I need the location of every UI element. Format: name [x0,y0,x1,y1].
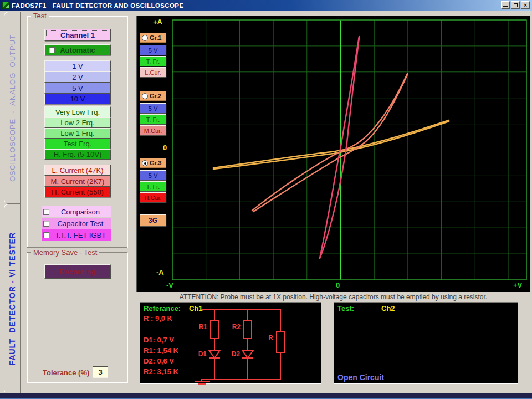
high-current-button[interactable]: H. Current (550) [44,187,111,197]
capacitor-test-checkbox[interactable] [43,221,49,227]
axis-label-plus-v: +V [513,281,522,289]
memory-save-groupbox-label: Memory Save - Test [31,248,99,257]
capacitor-test-checkbox-row[interactable]: Capacitor Test [42,218,111,229]
gr1-current-button[interactable]: L.Cur. [140,67,166,78]
gr1-freq-button[interactable]: T. Fr. [140,56,166,66]
axis-label-plus-a: +A [153,18,162,26]
gr3-radio[interactable] [142,160,148,166]
ttt-fet-igbt-label: T.T.T. FET IGBT [49,231,111,239]
minimize-icon [503,6,508,7]
gr1-radio[interactable] [142,35,148,41]
comparison-checkbox[interactable] [43,209,49,215]
automatic-button[interactable]: Automatic [44,44,111,55]
close-button[interactable]: × [521,1,530,9]
tab-oscilloscope-label: OSCILLOSCOPE - ANALOG OUTPUT [8,34,17,182]
axis-label-minus-a: -A [156,268,164,277]
axis-label-zero-left: 0 [163,144,167,152]
circuit-label-r: R [268,334,273,342]
memory-save-groupbox: Memory Save - Test Recording Tolerance (… [27,252,127,382]
tab-oscilloscope-analog-output[interactable]: OSCILLOSCOPE - ANALOG OUTPUT [4,12,21,204]
reference-panel: Referance: Ch1 R : 9,0 K D1: 0,7 V R1: 1… [140,302,321,384]
voltage-10v-button[interactable]: 10 V [44,94,111,104]
gr2-volt-button[interactable]: 5 V [140,103,166,114]
test-freq-button[interactable]: Test Frq. [44,139,111,149]
gr3-current-button[interactable]: H.Cur. [140,192,166,203]
voltage-1v-button[interactable]: 1 V [44,60,111,71]
window-controls: × [501,1,530,9]
app-window: FADOS7F1 FAULT DETECTOR AND OSCILLOSCOPE… [0,0,532,399]
gr2-current-button[interactable]: M.Cur. [140,125,166,136]
gr2-trace-back [253,75,407,212]
minimize-button[interactable] [501,1,510,9]
gr3-freq-button[interactable]: T. Fr. [140,181,166,192]
curve-traces [213,37,449,258]
circuit-label-d2: D2 [232,350,241,358]
capacitor-test-label: Capacitor Test [49,219,111,228]
gr2-freq-button[interactable]: T. Fr. [140,114,166,125]
restore-icon [514,3,518,7]
gr2-label: Gr.2 [150,93,161,99]
attention-message: ATTENTION: Probe must be at 1X position.… [136,292,530,302]
comparison-label: Comparison [49,208,111,216]
vi-curve-plot [136,16,530,292]
oscilloscope-display: +A 0 -A -V 0 +V Gr.1 5 V T. Fr. L.Cur. G… [136,16,530,292]
restore-button[interactable] [511,1,520,9]
gr3-volt-button[interactable]: 5 V [140,170,166,181]
test-groupbox: Test Channel 1 Automatic 1 V 2 V 5 V 10 … [27,16,127,248]
axis-label-zero-bottom: 0 [336,281,340,289]
test-status: Open Circuit [337,373,384,382]
gr1-radio-row[interactable]: Gr.1 [140,33,166,43]
title-bar: FADOS7F1 FAULT DETECTOR AND OSCILLOSCOPE… [0,0,532,11]
tab-fault-detector-label: FAULT DETECTOR - VI TESTER [8,232,17,365]
automatic-checkbox[interactable] [49,47,55,53]
voltage-5v-button[interactable]: 5 V [44,83,111,94]
close-icon: × [524,2,527,8]
circuit-label-r1: R1 [199,323,208,331]
app-icon [2,2,9,9]
voltage-2v-button[interactable]: 2 V [44,71,111,83]
circuit-label-d1: D1 [198,350,207,358]
circuit-label-r2: R2 [232,323,241,331]
automatic-label: Automatic [60,46,95,54]
test-result-panel: Test: Ch2 Open Circuit [334,302,518,384]
channel-1-button[interactable]: Channel 1 [44,29,111,41]
gr1-label: Gr.1 [150,34,161,41]
low-current-button[interactable]: L. Current (47K) [44,165,111,176]
high-freq-button[interactable]: H. Frq. (5-10V) [44,149,111,160]
gr2-radio[interactable] [142,93,148,99]
tolerance-input[interactable] [93,366,108,378]
gr3-radio-row[interactable]: Gr.3 [140,158,166,168]
circuit-diagram: R1 R2 R D1 D2 [140,303,322,385]
low-1-freq-button[interactable]: Low 1 Frq. [44,128,111,139]
ttt-fet-igbt-checkbox[interactable] [43,232,49,238]
gr2-radio-row[interactable]: Gr.2 [140,91,166,101]
tolerance-label: Tolerance (%) [43,369,89,377]
recording-button[interactable]: Recording [44,264,111,279]
axis-label-minus-v: -V [166,281,173,289]
test-groupbox-label: Test [31,12,49,20]
gr1-volt-button[interactable]: 5 V [140,45,166,55]
window-bottom-border [0,393,532,398]
ttt-fet-igbt-checkbox-row[interactable]: T.T.T. FET IGBT [42,229,111,241]
test-result-channel: Ch2 [381,304,395,313]
tab-fault-detector-vi-tester[interactable]: FAULT DETECTOR - VI TESTER [4,204,21,394]
test-result-label: Test: [337,304,354,313]
gr1-trace-out [213,120,449,168]
medium-current-button[interactable]: M. Current (2K7) [44,176,111,187]
low-2-freq-button[interactable]: Low 2 Frq. [44,117,111,128]
gr3-label: Gr.3 [150,160,161,166]
3g-button[interactable]: 3G [140,214,166,227]
comparison-checkbox-row[interactable]: Comparison [42,206,111,217]
window-title: FADOS7F1 FAULT DETECTOR AND OSCILLOSCOPE [12,2,184,9]
very-low-freq-button[interactable]: Very Low Frq. [44,106,111,117]
